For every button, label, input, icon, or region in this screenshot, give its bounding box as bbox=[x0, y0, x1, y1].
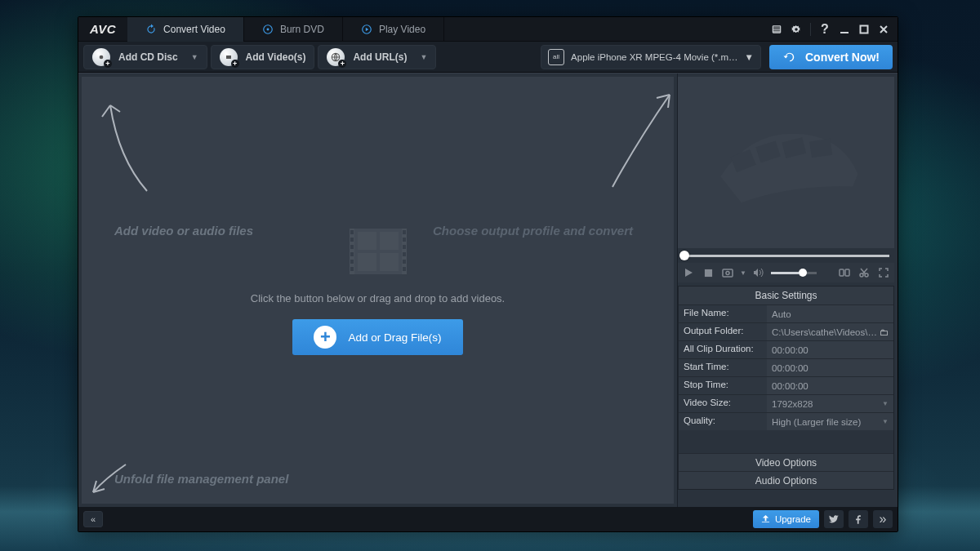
stop-button[interactable] bbox=[701, 265, 715, 280]
hint-add-files: Add video or audio files bbox=[114, 224, 253, 238]
refresh-icon bbox=[145, 24, 157, 35]
loop-button[interactable] bbox=[837, 265, 852, 280]
folder-icon[interactable]: 🗀 bbox=[880, 327, 889, 337]
upload-icon bbox=[761, 514, 770, 525]
filmstrip-icon bbox=[350, 225, 407, 278]
svg-rect-16 bbox=[350, 260, 354, 264]
convert-icon bbox=[782, 50, 797, 64]
upgrade-button[interactable]: Upgrade bbox=[753, 510, 819, 528]
globe-icon: + bbox=[327, 48, 345, 66]
volume-icon[interactable] bbox=[751, 265, 766, 280]
profile-label: Apple iPhone XR MPEG-4 Movie (*.m… bbox=[571, 52, 738, 62]
button-label: Convert Now! bbox=[805, 51, 880, 64]
setting-label: File Name: bbox=[679, 305, 767, 322]
add-videos-button[interactable]: + Add Video(s) bbox=[211, 45, 315, 69]
button-label: Add CD Disc bbox=[118, 51, 178, 63]
output-profile-selector[interactable]: all Apple iPhone XR MPEG-4 Movie (*.m… ▼ bbox=[541, 45, 761, 69]
svg-rect-31 bbox=[809, 139, 832, 158]
more-button[interactable]: » bbox=[873, 510, 893, 528]
volume-slider[interactable] bbox=[771, 272, 817, 274]
maximize-button[interactable] bbox=[855, 20, 873, 38]
chevron-down-icon: ▼ bbox=[745, 52, 754, 62]
audio-options-button[interactable]: Audio Options bbox=[679, 471, 893, 489]
svg-rect-5 bbox=[861, 25, 868, 33]
twitter-button[interactable] bbox=[824, 510, 844, 528]
svg-point-6 bbox=[100, 55, 104, 59]
chevron-down-icon: ▼ bbox=[191, 53, 198, 61]
cut-button[interactable] bbox=[857, 265, 871, 280]
video-icon: + bbox=[220, 48, 238, 66]
minimize-button[interactable] bbox=[835, 20, 853, 38]
hint-choose-profile: Choose output profile and convert bbox=[433, 224, 633, 238]
collapse-panel-button[interactable]: « bbox=[83, 511, 103, 527]
svg-rect-13 bbox=[350, 238, 354, 242]
svg-point-1 bbox=[266, 28, 269, 30]
setting-label: Video Size: bbox=[679, 395, 767, 412]
chevron-down-icon: ▼ bbox=[420, 53, 427, 61]
disc-icon bbox=[262, 24, 274, 35]
settings-header: Basic Settings bbox=[679, 287, 893, 304]
play-icon bbox=[361, 24, 372, 35]
svg-rect-17 bbox=[350, 267, 354, 271]
play-button[interactable] bbox=[681, 265, 696, 280]
toolbar: + Add CD Disc ▼ + Add Video(s) + Add URL… bbox=[78, 42, 898, 73]
tab-play-video[interactable]: Play Video bbox=[343, 17, 444, 42]
setting-row-quality: Quality: High (Larger file size)▼ bbox=[679, 412, 893, 430]
setting-value[interactable]: 1792x828▼ bbox=[767, 395, 893, 412]
chevron-down-icon: ▼ bbox=[882, 418, 889, 425]
add-cd-disc-button[interactable]: + Add CD Disc ▼ bbox=[83, 45, 207, 69]
setting-value[interactable]: High (Larger file size)▼ bbox=[767, 413, 893, 430]
setting-value[interactable]: Auto bbox=[767, 305, 893, 322]
seek-slider[interactable] bbox=[678, 250, 894, 261]
gear-icon[interactable] bbox=[787, 20, 805, 38]
film-roll-icon bbox=[701, 102, 871, 222]
snapshot-button[interactable] bbox=[720, 265, 735, 280]
convert-now-button[interactable]: Convert Now! bbox=[769, 45, 893, 69]
svg-rect-19 bbox=[403, 238, 406, 242]
setting-value[interactable]: 00:00:00 bbox=[767, 377, 893, 394]
svg-rect-32 bbox=[704, 269, 711, 276]
hint-arrow bbox=[592, 85, 682, 191]
svg-rect-12 bbox=[350, 230, 354, 234]
svg-rect-15 bbox=[350, 252, 354, 256]
svg-rect-23 bbox=[403, 267, 406, 271]
setting-row-start-time: Start Time: 00:00:00 bbox=[679, 358, 893, 376]
setting-row-clip-duration: All Clip Duration: 00:00:00 bbox=[679, 340, 893, 358]
add-or-drag-files-button[interactable]: + Add or Drag File(s) bbox=[292, 319, 462, 355]
svg-rect-24 bbox=[358, 232, 376, 250]
setting-label: Stop Time: bbox=[679, 377, 767, 394]
setting-label: Output Folder: bbox=[679, 323, 767, 340]
fullscreen-button[interactable] bbox=[876, 265, 891, 280]
setting-value[interactable]: 00:00:00 bbox=[767, 341, 893, 358]
bottombar: « Upgrade » bbox=[78, 507, 898, 531]
window-controls: ? bbox=[768, 20, 898, 38]
facebook-button[interactable] bbox=[849, 510, 868, 528]
setting-value[interactable]: 00:00:00 bbox=[767, 359, 893, 376]
close-button[interactable] bbox=[875, 20, 893, 38]
setting-row-video-size: Video Size: 1792x828▼ bbox=[679, 394, 893, 412]
plus-icon: + bbox=[314, 326, 336, 349]
add-urls-button[interactable]: + Add URL(s) ▼ bbox=[318, 45, 436, 69]
tab-burn-dvd[interactable]: Burn DVD bbox=[244, 17, 343, 42]
tab-convert-video[interactable]: Convert Video bbox=[127, 17, 244, 42]
right-panel: ▼ Basic Settings File Name: Auto Output … bbox=[677, 73, 898, 507]
tab-label: Play Video bbox=[379, 24, 425, 35]
svg-rect-33 bbox=[723, 269, 733, 277]
drop-instruction: Click the button below or drag and drop … bbox=[251, 292, 505, 304]
help-icon[interactable]: ? bbox=[816, 20, 834, 38]
cd-icon: + bbox=[92, 48, 110, 66]
svg-rect-27 bbox=[380, 253, 399, 271]
tab-label: Burn DVD bbox=[280, 24, 324, 35]
video-options-button[interactable]: Video Options bbox=[679, 453, 893, 471]
setting-row-filename: File Name: Auto bbox=[679, 304, 893, 322]
setting-value[interactable]: C:\Users\cathe\Videos\…🗀 bbox=[767, 323, 893, 340]
setting-label: Start Time: bbox=[679, 359, 767, 376]
separator bbox=[810, 23, 811, 36]
list-icon[interactable] bbox=[768, 20, 786, 38]
svg-rect-20 bbox=[403, 245, 406, 249]
svg-rect-21 bbox=[403, 252, 406, 256]
drop-zone[interactable]: Add video or audio files Choose output p… bbox=[82, 77, 674, 504]
app-logo: AVC bbox=[78, 22, 127, 36]
svg-rect-4 bbox=[840, 32, 849, 33]
chevron-down-icon: ▼ bbox=[882, 400, 889, 407]
